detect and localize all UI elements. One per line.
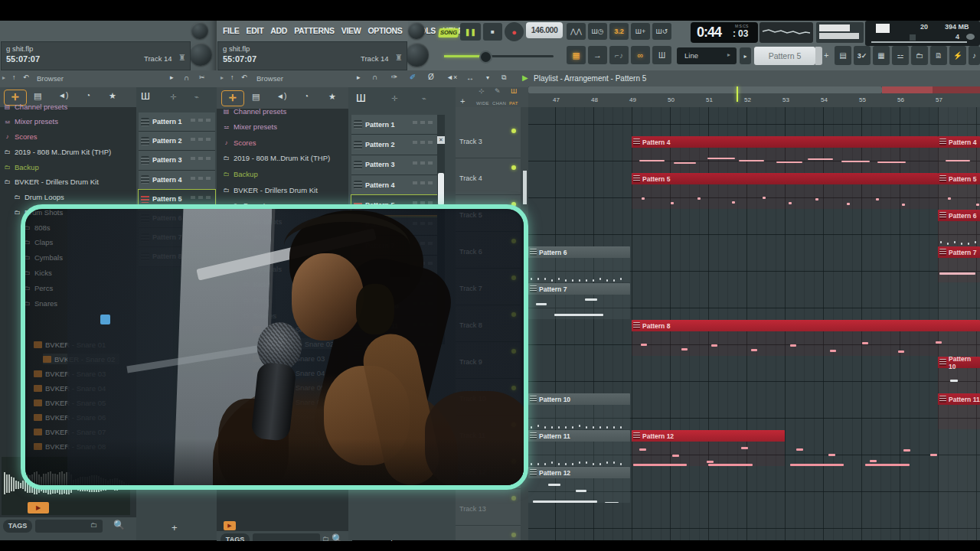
presets-icon-main[interactable]: ▤ bbox=[252, 92, 260, 102]
playlist-clip[interactable]: Pattern 8 bbox=[632, 320, 980, 356]
browser-tree-item[interactable]: 🗀BVKER - Drillers Drum Kit bbox=[222, 184, 318, 195]
pl-add-icon[interactable]: + bbox=[460, 96, 465, 106]
playlist-clip[interactable]: Pattern 7 bbox=[938, 246, 980, 282]
pattern-scroll-thumb[interactable] bbox=[438, 173, 444, 205]
main-volume-slider[interactable] bbox=[444, 55, 554, 57]
globe-icon[interactable]: ◔ bbox=[86, 91, 90, 99]
track-mute-led[interactable] bbox=[511, 165, 516, 170]
volume-slider-thumb[interactable] bbox=[479, 51, 492, 64]
browser-tree-item[interactable]: ⚍Mixer presets bbox=[3, 116, 58, 127]
tool-mute-icon[interactable]: ◄× bbox=[446, 73, 457, 81]
search-icon[interactable]: 🔍 bbox=[113, 520, 125, 530]
browser-window-icon[interactable]: 🗀 bbox=[911, 46, 928, 65]
browser-tree-item[interactable]: ▤Channel presets bbox=[222, 106, 286, 116]
tool-magnet-icon[interactable]: ∩ bbox=[372, 73, 377, 81]
undo-icon[interactable]: ↶ bbox=[23, 73, 29, 81]
collapse-icon[interactable]: ▸ bbox=[2, 74, 5, 81]
browser-tree-item[interactable]: ♪Scores bbox=[222, 137, 256, 148]
browser-tree-item[interactable]: ⚍Mixer presets bbox=[222, 122, 277, 132]
oscilloscope[interactable] bbox=[760, 22, 813, 43]
preview-play-button[interactable]: ▶ bbox=[28, 502, 49, 514]
bpm-display[interactable]: 146.000 bbox=[526, 22, 563, 38]
pattern-add-button[interactable]: + bbox=[824, 51, 828, 60]
presets-icon[interactable]: ▤ bbox=[34, 91, 41, 101]
pattern-selector-display[interactable]: Pattern 5 bbox=[754, 47, 815, 65]
keyboard-preview[interactable] bbox=[816, 22, 864, 43]
browser-tree-item[interactable]: 🗀Backup bbox=[3, 161, 39, 172]
move-icon[interactable]: ✛ bbox=[170, 93, 176, 101]
track-name[interactable]: Track 3 bbox=[459, 138, 482, 145]
add-pattern-button[interactable]: + bbox=[172, 522, 178, 533]
pattern-item[interactable]: Pattern 3 bbox=[351, 155, 437, 175]
pitch-knob-main[interactable] bbox=[408, 22, 425, 39]
clip-icon[interactable]: ✂ bbox=[199, 73, 205, 81]
pattern-item[interactable]: Pattern 2 bbox=[139, 132, 215, 151]
playlist-clip[interactable]: Pattern 6 bbox=[528, 246, 630, 282]
piano-icon-main[interactable]: Ш bbox=[356, 92, 366, 104]
playlist-scroll-thumb[interactable] bbox=[528, 86, 882, 93]
slide-icon-main[interactable]: ⌁ bbox=[422, 94, 426, 103]
wait-input-icon[interactable]: Ш◷ bbox=[588, 23, 607, 40]
menu-view[interactable]: VIEW bbox=[341, 26, 361, 35]
loop-record-icon[interactable]: Ш+ bbox=[631, 23, 650, 40]
time-display[interactable]: 0:44 : 03 M:S:CS bbox=[691, 22, 758, 43]
pl-pencil-icon[interactable]: ⊹ bbox=[479, 87, 485, 95]
tags-button[interactable]: TAGS bbox=[3, 520, 32, 533]
song-mode-badge[interactable]: SONG bbox=[438, 28, 459, 37]
tool-delete-icon[interactable]: Ø bbox=[428, 73, 434, 81]
menu-options[interactable]: OPTIONS bbox=[368, 26, 402, 35]
step-edit-icon[interactable]: ▦ bbox=[567, 46, 586, 64]
playlist-clip[interactable]: Pattern 5 bbox=[938, 173, 980, 209]
browser-tree-item[interactable]: 🗀2019 - 808 M..Drum Kit (THP) bbox=[3, 146, 111, 157]
magnet-icon[interactable]: ∩ bbox=[184, 73, 189, 82]
browse-plus-icon-main[interactable]: ✛ bbox=[221, 90, 244, 106]
metronome-icon[interactable]: ⋀⋀ bbox=[567, 23, 586, 40]
pattern-item[interactable]: Pattern 1 bbox=[351, 115, 437, 135]
menu-edit[interactable]: EDIT bbox=[247, 26, 264, 35]
step-arrow-icon[interactable]: → bbox=[588, 46, 607, 64]
browser-tree-item[interactable]: 🗀2019 - 808 M..Drum Kit (THP) bbox=[222, 153, 330, 164]
star-icon[interactable]: ★ bbox=[109, 91, 116, 101]
playlist-ruler[interactable]: 4748495051525354555657 bbox=[528, 93, 980, 107]
slide-icon[interactable]: ⌁ bbox=[194, 93, 199, 101]
undo-icon-main[interactable]: ↶ bbox=[241, 73, 247, 81]
playlist-clip[interactable]: Pattern 11 bbox=[528, 430, 630, 466]
pattern-item[interactable]: Pattern 3 bbox=[139, 151, 215, 170]
playlist-clip[interactable]: Pattern 12 bbox=[632, 430, 785, 466]
mixer-window-icon[interactable]: ▦ bbox=[873, 46, 890, 65]
link-icon[interactable]: ∞ bbox=[631, 46, 650, 64]
playlist-scrollstrip[interactable] bbox=[528, 86, 980, 93]
folder-small-icon[interactable]: 🗀 bbox=[90, 521, 97, 529]
menu-add[interactable]: ADD bbox=[270, 26, 287, 35]
tool-play-icon[interactable]: ▸ bbox=[357, 73, 361, 81]
track-mute-led[interactable] bbox=[511, 533, 516, 537]
playlist-clip[interactable]: Pattern 11 bbox=[938, 393, 980, 429]
pl-label-wide[interactable]: WIDE bbox=[476, 101, 489, 106]
playlist-clip[interactable]: Pattern 4 bbox=[938, 136, 980, 172]
up-icon-main[interactable]: ↑ bbox=[230, 73, 234, 81]
pl-pat-icon[interactable]: Ш bbox=[511, 87, 517, 95]
playlist-clip[interactable]: Pattern 10 bbox=[528, 393, 630, 429]
up-icon[interactable]: ↑ bbox=[12, 73, 16, 81]
browser-tree-item[interactable]: ♪Scores bbox=[3, 132, 38, 142]
playlist-window-icon[interactable]: ▤ bbox=[835, 46, 851, 65]
browser-tree-item[interactable]: 🗀BVKER - Drillers Drum Kit bbox=[3, 177, 99, 187]
playlist-clip[interactable]: Pattern 5 bbox=[632, 173, 938, 209]
speaker-icon[interactable]: ◄) bbox=[58, 91, 68, 99]
track-mute-led[interactable] bbox=[511, 496, 516, 500]
blend-notes-icon[interactable]: Ш↺ bbox=[652, 23, 671, 40]
snap-selector[interactable]: Line ▸ bbox=[677, 47, 737, 64]
piano-icon[interactable]: Ш bbox=[141, 90, 150, 102]
pl-label-chan[interactable]: CHAN bbox=[492, 101, 506, 106]
volume-knob-main[interactable] bbox=[405, 43, 429, 67]
pl-label-pat[interactable]: PAT bbox=[509, 101, 518, 106]
countdown-button[interactable]: 3.2 bbox=[609, 23, 629, 40]
track-name[interactable]: Track 4 bbox=[459, 174, 482, 182]
cpu-knob[interactable] bbox=[966, 34, 975, 40]
playlist-clip[interactable]: Pattern 4 bbox=[632, 136, 938, 172]
tool-more-icon[interactable]: ▾ bbox=[486, 74, 489, 81]
plugin-icon[interactable]: ⚡ bbox=[949, 46, 966, 65]
typing-keyboard-icon[interactable]: Ш bbox=[652, 46, 671, 64]
tool-brush-icon[interactable]: ✐ bbox=[410, 73, 416, 81]
pattern-item[interactable]: Pattern 4 bbox=[351, 175, 437, 195]
